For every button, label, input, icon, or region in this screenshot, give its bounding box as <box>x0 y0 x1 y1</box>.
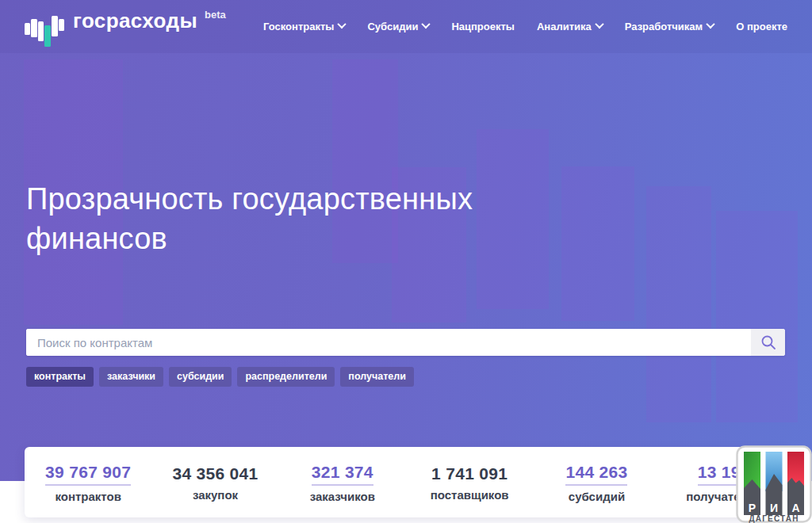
chevron-down-icon <box>707 20 715 29</box>
chevron-down-icon <box>595 20 603 29</box>
page-title-line2: финансов <box>26 219 550 258</box>
chevron-down-icon <box>338 20 347 29</box>
watermark-letter-r: Р <box>749 502 756 514</box>
tag-contracts[interactable]: контракты <box>26 367 94 387</box>
watermark-letter-a: А <box>791 502 799 514</box>
stat-value-link[interactable]: 321 374 <box>312 462 373 486</box>
nav-label: Субсидии <box>367 21 418 32</box>
search-bar <box>26 329 785 356</box>
tag-recipients[interactable]: получатели <box>340 367 414 387</box>
brand-name: госрасходы <box>73 5 197 36</box>
nav-item-goscontracts[interactable]: Госконтракты <box>263 21 345 32</box>
site-logo[interactable]: госрасходы beta <box>25 5 226 49</box>
stat-subsidies: 144 263 субсидий <box>533 462 660 503</box>
search-icon <box>760 334 776 350</box>
watermark-letter-i: И <box>770 502 778 514</box>
stat-label: контрактов <box>25 490 151 503</box>
decorative-chart-bar <box>716 211 798 422</box>
nav-item-natsproekty[interactable]: Нацпроекты <box>451 21 515 32</box>
stat-value: 34 356 041 <box>172 464 258 484</box>
stat-label: закупок <box>151 488 278 502</box>
page-title-line1: Прозрачность государственных <box>26 179 550 219</box>
nav-item-subsidies[interactable]: Субсидии <box>367 21 429 32</box>
chevron-down-icon <box>422 20 431 29</box>
stat-label: заказчиков <box>279 490 406 503</box>
stat-value: 1 741 091 <box>431 464 508 484</box>
top-navigation-bar: госрасходы beta Госконтракты Субсидии На… <box>0 0 812 53</box>
main-nav: Госконтракты Субсидии Нацпроекты Аналити… <box>263 21 787 32</box>
stat-suppliers: 1 741 091 поставщиков <box>406 464 533 502</box>
ria-dagestan-watermark-logo: Р И А ДАГЕСТАН <box>736 445 812 523</box>
search-scope-tags: контракты заказчики субсидии распределит… <box>26 367 414 387</box>
statistics-panel: 39 767 907 контрактов 34 356 041 закупок… <box>25 447 787 517</box>
nav-label: Разработчикам <box>625 21 703 32</box>
tag-customers[interactable]: заказчики <box>99 367 163 387</box>
stat-value-link[interactable]: 39 767 907 <box>45 462 131 486</box>
search-button[interactable] <box>751 329 785 356</box>
decorative-chart-bar <box>561 166 634 321</box>
stat-label: поставщиков <box>406 488 533 502</box>
stat-label: субсидий <box>533 490 660 503</box>
nav-label: Аналитика <box>537 21 592 32</box>
page-title: Прозрачность государственных финансов <box>26 179 550 258</box>
nav-label: Госконтракты <box>263 21 334 32</box>
search-input[interactable] <box>26 329 751 356</box>
bar-chart-logo-icon <box>25 16 66 49</box>
nav-item-developers[interactable]: Разработчикам <box>625 21 714 32</box>
nav-item-analytics[interactable]: Аналитика <box>537 21 603 32</box>
nav-item-about[interactable]: О проекте <box>736 21 787 32</box>
decorative-chart-bar <box>646 186 711 422</box>
stat-contracts: 39 767 907 контрактов <box>25 462 151 503</box>
tag-subsidies[interactable]: субсидии <box>169 367 232 387</box>
watermark-region-text: ДАГЕСТАН <box>749 514 799 523</box>
tag-distributors[interactable]: распределители <box>237 367 335 387</box>
nav-label: О проекте <box>736 21 787 32</box>
stat-customers: 321 374 заказчиков <box>279 462 406 503</box>
stat-purchases: 34 356 041 закупок <box>151 464 278 502</box>
beta-badge: beta <box>205 9 226 21</box>
stat-value-link[interactable]: 144 263 <box>565 462 627 486</box>
nav-label: Нацпроекты <box>451 21 515 32</box>
